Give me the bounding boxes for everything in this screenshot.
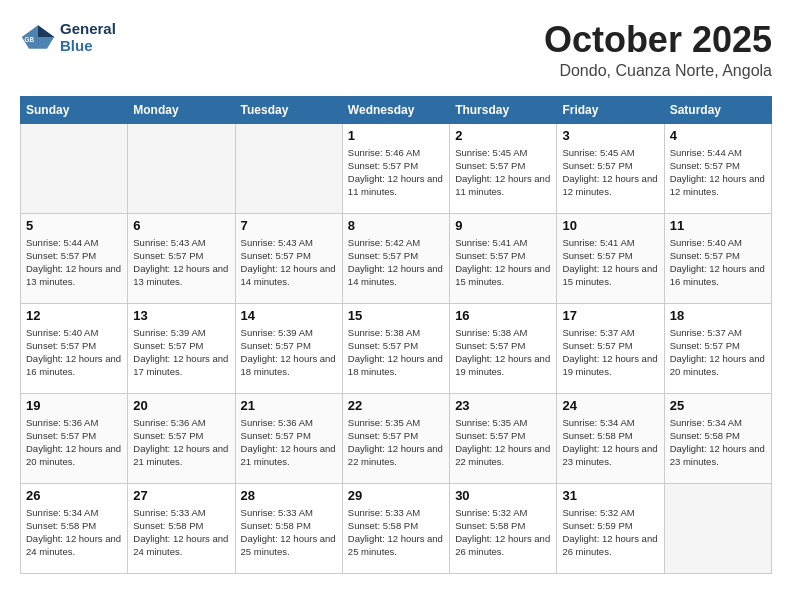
day-info: Sunrise: 5:43 AMSunset: 5:57 PMDaylight:… (133, 236, 229, 289)
day-number: 6 (133, 218, 229, 233)
day-info: Sunrise: 5:42 AMSunset: 5:57 PMDaylight:… (348, 236, 444, 289)
weekday-header: Monday (128, 96, 235, 123)
day-number: 4 (670, 128, 766, 143)
calendar-header-row: SundayMondayTuesdayWednesdayThursdayFrid… (21, 96, 772, 123)
calendar-day-cell: 26Sunrise: 5:34 AMSunset: 5:58 PMDayligh… (21, 483, 128, 573)
day-number: 3 (562, 128, 658, 143)
day-info: Sunrise: 5:46 AMSunset: 5:57 PMDaylight:… (348, 146, 444, 199)
day-number: 31 (562, 488, 658, 503)
day-info: Sunrise: 5:34 AMSunset: 5:58 PMDaylight:… (26, 506, 122, 559)
day-number: 12 (26, 308, 122, 323)
day-number: 2 (455, 128, 551, 143)
svg-text:GB: GB (25, 36, 35, 43)
calendar-day-cell: 19Sunrise: 5:36 AMSunset: 5:57 PMDayligh… (21, 393, 128, 483)
calendar-body: 1Sunrise: 5:46 AMSunset: 5:57 PMDaylight… (21, 123, 772, 573)
day-info: Sunrise: 5:39 AMSunset: 5:57 PMDaylight:… (133, 326, 229, 379)
day-info: Sunrise: 5:37 AMSunset: 5:57 PMDaylight:… (562, 326, 658, 379)
calendar-day-cell: 21Sunrise: 5:36 AMSunset: 5:57 PMDayligh… (235, 393, 342, 483)
calendar-day-cell: 30Sunrise: 5:32 AMSunset: 5:58 PMDayligh… (450, 483, 557, 573)
day-info: Sunrise: 5:40 AMSunset: 5:57 PMDaylight:… (26, 326, 122, 379)
day-info: Sunrise: 5:32 AMSunset: 5:58 PMDaylight:… (455, 506, 551, 559)
day-info: Sunrise: 5:33 AMSunset: 5:58 PMDaylight:… (241, 506, 337, 559)
day-number: 27 (133, 488, 229, 503)
day-number: 11 (670, 218, 766, 233)
calendar-week-row: 1Sunrise: 5:46 AMSunset: 5:57 PMDaylight… (21, 123, 772, 213)
calendar-day-cell: 29Sunrise: 5:33 AMSunset: 5:58 PMDayligh… (342, 483, 449, 573)
day-info: Sunrise: 5:33 AMSunset: 5:58 PMDaylight:… (133, 506, 229, 559)
logo: GB General Blue (20, 20, 116, 55)
day-number: 25 (670, 398, 766, 413)
calendar-day-cell: 1Sunrise: 5:46 AMSunset: 5:57 PMDaylight… (342, 123, 449, 213)
day-number: 14 (241, 308, 337, 323)
calendar-day-cell: 27Sunrise: 5:33 AMSunset: 5:58 PMDayligh… (128, 483, 235, 573)
calendar-day-cell (128, 123, 235, 213)
day-info: Sunrise: 5:41 AMSunset: 5:57 PMDaylight:… (562, 236, 658, 289)
day-number: 22 (348, 398, 444, 413)
day-number: 1 (348, 128, 444, 143)
calendar-day-cell: 2Sunrise: 5:45 AMSunset: 5:57 PMDaylight… (450, 123, 557, 213)
month-title: October 2025 (544, 20, 772, 60)
day-info: Sunrise: 5:39 AMSunset: 5:57 PMDaylight:… (241, 326, 337, 379)
day-number: 13 (133, 308, 229, 323)
day-info: Sunrise: 5:35 AMSunset: 5:57 PMDaylight:… (348, 416, 444, 469)
day-number: 10 (562, 218, 658, 233)
calendar-day-cell: 9Sunrise: 5:41 AMSunset: 5:57 PMDaylight… (450, 213, 557, 303)
calendar-day-cell (235, 123, 342, 213)
day-info: Sunrise: 5:33 AMSunset: 5:58 PMDaylight:… (348, 506, 444, 559)
day-info: Sunrise: 5:41 AMSunset: 5:57 PMDaylight:… (455, 236, 551, 289)
weekday-header: Wednesday (342, 96, 449, 123)
calendar-day-cell (664, 483, 771, 573)
day-info: Sunrise: 5:32 AMSunset: 5:59 PMDaylight:… (562, 506, 658, 559)
day-info: Sunrise: 5:34 AMSunset: 5:58 PMDaylight:… (670, 416, 766, 469)
calendar-day-cell: 3Sunrise: 5:45 AMSunset: 5:57 PMDaylight… (557, 123, 664, 213)
day-number: 28 (241, 488, 337, 503)
day-number: 23 (455, 398, 551, 413)
calendar-day-cell: 5Sunrise: 5:44 AMSunset: 5:57 PMDaylight… (21, 213, 128, 303)
logo-text: General Blue (60, 20, 116, 55)
calendar-day-cell: 18Sunrise: 5:37 AMSunset: 5:57 PMDayligh… (664, 303, 771, 393)
day-info: Sunrise: 5:38 AMSunset: 5:57 PMDaylight:… (348, 326, 444, 379)
day-number: 24 (562, 398, 658, 413)
day-info: Sunrise: 5:44 AMSunset: 5:57 PMDaylight:… (26, 236, 122, 289)
calendar-week-row: 26Sunrise: 5:34 AMSunset: 5:58 PMDayligh… (21, 483, 772, 573)
day-info: Sunrise: 5:37 AMSunset: 5:57 PMDaylight:… (670, 326, 766, 379)
day-number: 7 (241, 218, 337, 233)
calendar-day-cell: 10Sunrise: 5:41 AMSunset: 5:57 PMDayligh… (557, 213, 664, 303)
calendar-day-cell: 14Sunrise: 5:39 AMSunset: 5:57 PMDayligh… (235, 303, 342, 393)
calendar-day-cell: 6Sunrise: 5:43 AMSunset: 5:57 PMDaylight… (128, 213, 235, 303)
day-number: 15 (348, 308, 444, 323)
day-number: 29 (348, 488, 444, 503)
calendar-day-cell: 8Sunrise: 5:42 AMSunset: 5:57 PMDaylight… (342, 213, 449, 303)
calendar-day-cell: 11Sunrise: 5:40 AMSunset: 5:57 PMDayligh… (664, 213, 771, 303)
weekday-header: Saturday (664, 96, 771, 123)
day-info: Sunrise: 5:35 AMSunset: 5:57 PMDaylight:… (455, 416, 551, 469)
calendar-day-cell: 31Sunrise: 5:32 AMSunset: 5:59 PMDayligh… (557, 483, 664, 573)
day-number: 9 (455, 218, 551, 233)
day-info: Sunrise: 5:38 AMSunset: 5:57 PMDaylight:… (455, 326, 551, 379)
day-info: Sunrise: 5:34 AMSunset: 5:58 PMDaylight:… (562, 416, 658, 469)
svg-marker-1 (38, 26, 54, 38)
day-info: Sunrise: 5:36 AMSunset: 5:57 PMDaylight:… (241, 416, 337, 469)
day-number: 18 (670, 308, 766, 323)
calendar-table: SundayMondayTuesdayWednesdayThursdayFrid… (20, 96, 772, 574)
day-number: 17 (562, 308, 658, 323)
day-number: 30 (455, 488, 551, 503)
calendar-day-cell: 4Sunrise: 5:44 AMSunset: 5:57 PMDaylight… (664, 123, 771, 213)
calendar-day-cell: 16Sunrise: 5:38 AMSunset: 5:57 PMDayligh… (450, 303, 557, 393)
calendar-day-cell: 7Sunrise: 5:43 AMSunset: 5:57 PMDaylight… (235, 213, 342, 303)
calendar-week-row: 5Sunrise: 5:44 AMSunset: 5:57 PMDaylight… (21, 213, 772, 303)
calendar-day-cell: 24Sunrise: 5:34 AMSunset: 5:58 PMDayligh… (557, 393, 664, 483)
day-info: Sunrise: 5:44 AMSunset: 5:57 PMDaylight:… (670, 146, 766, 199)
calendar-day-cell: 20Sunrise: 5:36 AMSunset: 5:57 PMDayligh… (128, 393, 235, 483)
day-info: Sunrise: 5:45 AMSunset: 5:57 PMDaylight:… (455, 146, 551, 199)
weekday-header: Thursday (450, 96, 557, 123)
day-number: 19 (26, 398, 122, 413)
calendar-day-cell: 28Sunrise: 5:33 AMSunset: 5:58 PMDayligh… (235, 483, 342, 573)
calendar-day-cell: 22Sunrise: 5:35 AMSunset: 5:57 PMDayligh… (342, 393, 449, 483)
weekday-header: Sunday (21, 96, 128, 123)
title-block: October 2025 Dondo, Cuanza Norte, Angola (544, 20, 772, 80)
calendar-week-row: 19Sunrise: 5:36 AMSunset: 5:57 PMDayligh… (21, 393, 772, 483)
day-number: 20 (133, 398, 229, 413)
location-title: Dondo, Cuanza Norte, Angola (544, 62, 772, 80)
page-header: GB General Blue October 2025 Dondo, Cuan… (20, 20, 772, 80)
